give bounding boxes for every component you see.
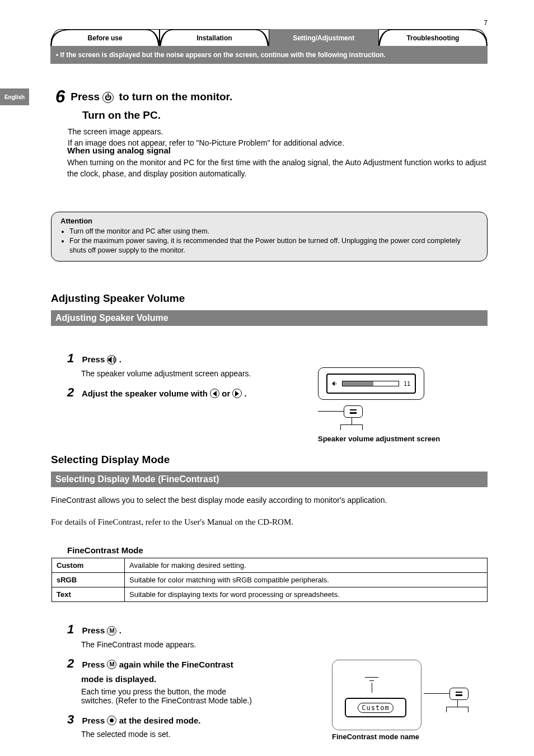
fc-step-2: 2 Press M again while the FineContrast	[67, 656, 313, 672]
speaker-step-1-body: The speaker volume adjustment screen app…	[81, 369, 308, 378]
speaker-step-1: 1 Press .	[67, 351, 308, 367]
section-title-display-mode: Selecting Display Mode	[51, 454, 488, 466]
mode-desc: Suitable for displaying texts for word p…	[125, 587, 488, 602]
table-row: sRGB Suitable for color matching with sR…	[52, 573, 488, 587]
step-6-text: Press ⏻ to turn on the monitor.	[71, 91, 232, 103]
tab-row: Before use Installation Setting/Adjustme…	[50, 29, 488, 46]
attention-title: Attention	[60, 217, 478, 225]
volume-value: 11	[404, 381, 410, 387]
menu-button-icon	[344, 405, 363, 418]
text: to turn on the monitor.	[119, 91, 233, 103]
text: at the desired mode.	[119, 716, 201, 725]
attention-item: Turn off the monitor and PC after using …	[69, 227, 478, 236]
section-title-speaker: Adjusting Speaker Volume	[51, 292, 488, 305]
text: Each time you press the button, the mode	[81, 687, 226, 696]
attention-item: For the maximum power saving, it is reco…	[69, 236, 478, 255]
text: or	[222, 389, 232, 398]
volume-icon	[107, 355, 116, 365]
osd-fc-label: FineContrast mode name	[332, 732, 472, 741]
mode-desc: Suitable for color matching with sRGB co…	[125, 573, 488, 587]
osd-screen: Custom	[332, 660, 421, 730]
finecontrast-steps: 1 Press M . The FineContrast mode appear…	[67, 622, 313, 745]
header-note: • If the screen is displayed but the noi…	[50, 46, 488, 64]
text: Press	[71, 91, 102, 102]
analog-body: When turning on the monitor and PC for t…	[67, 157, 488, 179]
text: again while the FineContrast	[119, 660, 233, 669]
mode-name: Custom	[52, 558, 125, 573]
text: Press	[82, 354, 107, 364]
text: .	[119, 354, 121, 364]
speaker-icon	[332, 379, 338, 389]
section-bar-speaker: Adjusting Speaker Volume	[51, 310, 488, 326]
section-bar-display-mode: Selecting Display Mode (FineContrast)	[51, 472, 488, 487]
right-arrow-icon	[232, 389, 242, 398]
mode-icon: M	[107, 626, 116, 636]
step-6: 6 Press ⏻ to turn on the monitor. Turn o…	[51, 87, 488, 147]
tab-troubleshooting: Troubleshooting	[378, 29, 488, 46]
tab-label: Before use	[88, 34, 123, 42]
volume-slider	[342, 381, 399, 386]
text: Press	[82, 660, 107, 669]
text: Press	[82, 626, 107, 635]
fc-step-2-body: Each time you press the button, the mode…	[81, 687, 313, 705]
mode-name: Text	[52, 587, 125, 602]
table-row: Text Suitable for displaying texts for w…	[52, 587, 488, 602]
attention-box: Attention Turn off the monitor and PC af…	[51, 212, 488, 262]
enter-icon	[107, 716, 116, 725]
finecontrast-mode-table: Custom Available for making desired sett…	[51, 558, 488, 602]
header: Before use Installation Setting/Adjustme…	[50, 29, 488, 64]
step-number: 1	[67, 351, 74, 365]
text: Press	[82, 716, 107, 725]
mode-table-title: FineContrast Mode	[67, 545, 143, 555]
button-callout	[318, 400, 363, 432]
fc-step-1-body: The FineContrast mode appears.	[81, 640, 313, 649]
screen-appears: The screen image appears.	[68, 127, 488, 136]
tab-before-use: Before use	[50, 29, 160, 46]
tab-installation: Installation	[160, 29, 269, 46]
left-arrow-icon	[210, 389, 219, 398]
analog-signal-block: When using analog signal When turning on…	[67, 146, 488, 179]
finecontrast-intro-2: For details of FineContrast, refer to th…	[51, 517, 293, 527]
current-mode-name: Custom	[358, 703, 393, 713]
osd-volume-label: Speaker volume adjustment screen	[318, 435, 469, 443]
finecontrast-intro: FineContrast allows you to select the be…	[51, 495, 488, 506]
fc-step-2-line2: mode is displayed.	[81, 674, 313, 685]
text: .	[119, 626, 121, 635]
step-number: 3	[67, 712, 74, 726]
speaker-step-2: 2 Adjust the speaker volume with or .	[67, 385, 308, 401]
mode-name: sRGB	[52, 573, 125, 587]
mode-icon: M	[107, 660, 116, 669]
osd-screen: 11	[318, 367, 424, 400]
speaker-steps: 1 Press . The speaker volume adjustment …	[67, 351, 308, 403]
table-row: Custom Available for making desired sett…	[52, 558, 488, 573]
mode-desc: Available for making desired setting.	[125, 558, 488, 573]
tab-label: Installation	[196, 34, 232, 42]
osd-volume-diagram: 11 Speaker volume adjustment screen	[318, 367, 469, 443]
tab-label: Setting/Adjustment	[293, 34, 354, 42]
tab-label: Troubleshooting	[406, 34, 459, 42]
page-number: 7	[484, 19, 488, 27]
osd-finecontrast-diagram: Custom FineContrast mode name	[332, 660, 472, 741]
text: .	[245, 389, 247, 398]
text: Adjust the speaker volume with	[82, 389, 210, 398]
fc-step-3-body: The selected mode is set.	[81, 730, 313, 739]
menu-button-icon	[449, 688, 469, 700]
power-icon: ⏻	[102, 92, 114, 103]
substep-turn-on-pc: Turn on the PC.	[82, 109, 488, 122]
button-callout	[424, 660, 469, 730]
fc-step-1: 1 Press M .	[67, 622, 313, 638]
step-number: 1	[67, 622, 74, 636]
step-number: 6	[55, 87, 65, 107]
tab-setting-adjustment: Setting/Adjustment	[269, 29, 378, 46]
step-number: 2	[67, 385, 74, 399]
language-tab: English	[0, 88, 29, 105]
text: switches. (Refer to the FineContrast Mod…	[81, 696, 252, 705]
fc-step-3: 3 Press at the desired mode.	[67, 712, 313, 728]
step-number: 2	[67, 656, 74, 670]
analog-heading: When using analog signal	[67, 146, 488, 155]
